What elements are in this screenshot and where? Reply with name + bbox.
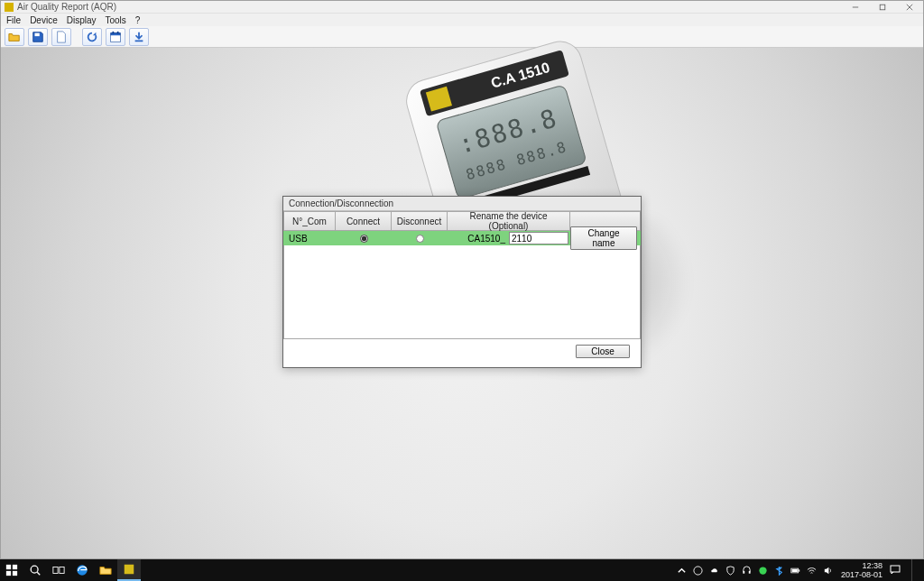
device-row: USB CA1510_ Change name — [283, 231, 641, 245]
menu-help[interactable]: ? — [135, 15, 141, 25]
title-bar: Air Quality Report (AQR) — [1, 1, 923, 14]
tray-network-icon[interactable] — [693, 565, 704, 576]
rename-input[interactable] — [509, 232, 568, 244]
toolbar-refresh-button[interactable] — [82, 28, 102, 46]
tray-volume-icon[interactable] — [823, 565, 834, 576]
windows-icon — [5, 564, 18, 576]
taskbar-edge[interactable] — [70, 559, 94, 581]
svg-rect-11 — [420, 50, 569, 116]
folder-open-icon — [8, 31, 21, 43]
tray-chevron-up-icon[interactable] — [677, 565, 688, 576]
tray-circle-icon[interactable] — [758, 565, 769, 576]
svg-rect-14 — [436, 85, 587, 199]
connection-dialog: Connection/Disconnection N°_Com Connect … — [282, 196, 642, 368]
svg-rect-29 — [744, 570, 745, 573]
svg-text::888.8: :888.8 — [455, 103, 561, 160]
calendar-icon — [109, 31, 122, 43]
svg-rect-20 — [6, 571, 11, 576]
svg-rect-6 — [111, 35, 121, 42]
search-button[interactable] — [23, 559, 47, 581]
svg-rect-24 — [53, 567, 58, 574]
toolbar-download-button[interactable] — [129, 28, 149, 46]
taskbar-explorer[interactable] — [94, 559, 117, 581]
tray-onedrive-icon[interactable] — [709, 565, 720, 576]
svg-rect-25 — [60, 567, 64, 574]
app-icon — [5, 3, 14, 12]
close-window-button[interactable] — [896, 1, 923, 13]
menu-display[interactable]: Display — [67, 15, 97, 25]
taskbar-clock[interactable]: 12:38 2017-08-01 — [841, 561, 882, 579]
menu-tools[interactable]: Tools — [106, 15, 126, 25]
start-button[interactable] — [0, 559, 23, 581]
svg-rect-35 — [891, 566, 900, 572]
toolbar-new-button[interactable] — [51, 28, 71, 46]
svg-text:C.A 1510: C.A 1510 — [489, 60, 551, 91]
svg-rect-12 — [426, 87, 452, 112]
system-tray[interactable] — [677, 565, 834, 576]
svg-line-23 — [37, 572, 40, 575]
rename-prefix: CA1510_ — [467, 234, 505, 244]
download-icon — [133, 31, 145, 43]
maximize-icon — [879, 4, 886, 11]
header-rename: Rename the device (Optional) — [448, 211, 570, 231]
svg-rect-18 — [6, 565, 11, 569]
svg-point-22 — [31, 566, 38, 573]
menu-bar: File Device Display Tools ? — [1, 14, 923, 26]
clock-time: 12:38 — [841, 561, 882, 570]
svg-rect-30 — [749, 570, 751, 573]
svg-rect-9 — [135, 40, 143, 42]
disconnect-radio[interactable] — [416, 235, 424, 243]
dialog-footer: Close — [283, 339, 641, 367]
taskbar-aqr-app[interactable] — [117, 559, 141, 581]
toolbar-open-button[interactable] — [5, 28, 24, 46]
tray-bluetooth-icon[interactable] — [774, 565, 785, 576]
grid-empty-area — [283, 245, 641, 339]
toolbar-calendar-button[interactable] — [106, 28, 125, 46]
aqr-app-icon — [123, 563, 135, 576]
tray-wifi-icon[interactable] — [807, 565, 818, 576]
clock-date: 2017-08-01 — [841, 570, 882, 579]
connect-radio[interactable] — [360, 235, 368, 243]
tray-battery-icon[interactable] — [790, 565, 801, 576]
svg-rect-4 — [35, 32, 40, 36]
dialog-title: Connection/Disconnection — [283, 197, 641, 211]
task-view-icon — [52, 564, 65, 576]
minimize-button[interactable] — [842, 1, 869, 13]
svg-rect-33 — [799, 569, 799, 571]
document-icon — [55, 31, 68, 43]
change-name-button[interactable]: Change name — [570, 226, 637, 250]
show-desktop-button[interactable] — [911, 559, 917, 581]
folder-icon — [99, 564, 112, 576]
close-icon — [906, 4, 913, 11]
svg-point-31 — [760, 567, 767, 574]
menu-device[interactable]: Device — [30, 15, 58, 25]
app-window: Air Quality Report (AQR) File Device Dis… — [0, 0, 924, 559]
tray-shield-icon[interactable] — [725, 565, 736, 576]
task-view-button[interactable] — [47, 559, 70, 581]
header-disconnect: Disconnect — [392, 211, 448, 231]
svg-rect-1 — [880, 5, 885, 10]
refresh-icon — [86, 31, 98, 43]
svg-rect-27 — [125, 565, 134, 575]
save-icon — [32, 31, 44, 43]
toolbar — [1, 26, 923, 48]
header-com: N°_Com — [283, 211, 336, 231]
toolbar-save-button[interactable] — [28, 28, 48, 46]
window-controls — [842, 1, 923, 13]
action-center-button[interactable] — [890, 564, 901, 576]
app-title: Air Quality Report (AQR) — [17, 2, 842, 12]
edge-icon — [76, 564, 88, 576]
tray-headset-icon[interactable] — [742, 565, 753, 576]
cell-com: USB — [283, 231, 336, 245]
taskbar: 12:38 2017-08-01 — [0, 559, 924, 581]
minimize-icon — [852, 4, 859, 11]
svg-rect-21 — [13, 571, 17, 576]
svg-rect-34 — [792, 568, 798, 571]
maximize-button[interactable] — [869, 1, 896, 13]
notification-icon — [890, 564, 901, 575]
menu-file[interactable]: File — [6, 15, 21, 25]
close-button[interactable]: Close — [576, 345, 630, 358]
svg-text:8888 888.8: 8888 888.8 — [464, 138, 569, 183]
svg-rect-19 — [13, 565, 17, 569]
search-icon — [29, 564, 42, 576]
